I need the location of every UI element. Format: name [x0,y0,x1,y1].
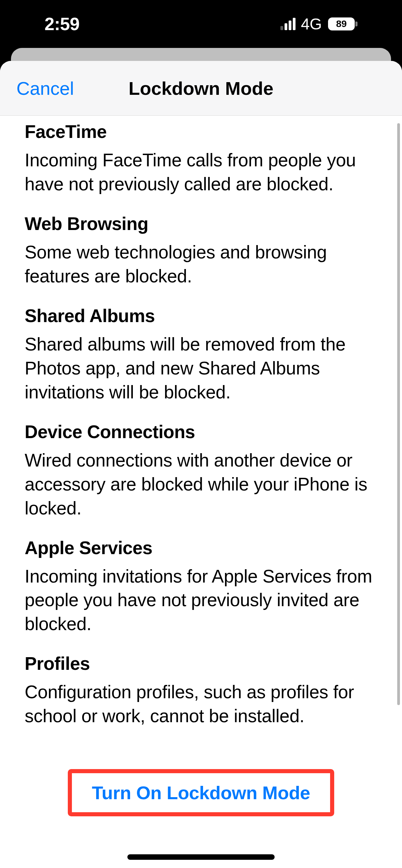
section-facetime: FaceTime Incoming FaceTime calls from pe… [25,121,377,196]
battery-level: 89 [328,17,355,30]
section-title: Shared Albums [25,305,377,326]
section-body: Shared albums will be removed from the P… [25,332,377,404]
section-body: Wired connections with another device or… [25,448,377,520]
section-body: Incoming invitations for Apple Services … [25,564,377,636]
section-body: Incoming FaceTime calls from people you … [25,148,377,196]
action-container: Turn On Lockdown Mode [25,769,377,868]
navigation-bar: Cancel Lockdown Mode [0,61,402,116]
page-title: Lockdown Mode [129,78,274,99]
status-bar: 2:59 4G 89 [0,0,402,48]
section-title: Device Connections [25,421,377,442]
content-scroll[interactable]: FaceTime Incoming FaceTime calls from pe… [0,116,402,868]
section-title: Web Browsing [25,213,377,234]
section-body: Configuration profiles, such as profiles… [25,680,377,728]
status-time: 2:59 [45,14,79,34]
home-indicator[interactable] [127,854,275,860]
scroll-indicator[interactable] [397,123,400,705]
section-apple-services: Apple Services Incoming invitations for … [25,537,377,636]
section-title: FaceTime [25,121,377,142]
status-right: 4G 89 [280,15,357,33]
cellular-signal-icon [280,18,296,30]
cancel-button[interactable]: Cancel [16,78,74,99]
section-title: Profiles [25,653,377,674]
section-device-connections: Device Connections Wired connections wit… [25,421,377,520]
section-title: Apple Services [25,537,377,558]
section-web-browsing: Web Browsing Some web technologies and b… [25,213,377,288]
turn-on-lockdown-button[interactable]: Turn On Lockdown Mode [92,782,310,803]
section-profiles: Profiles Configuration profiles, such as… [25,653,377,728]
battery-icon: 89 [328,17,357,30]
modal-sheet: Cancel Lockdown Mode FaceTime Incoming F… [0,61,402,868]
highlight-box: Turn On Lockdown Mode [68,769,334,816]
section-body: Some web technologies and browsing featu… [25,240,377,288]
section-shared-albums: Shared Albums Shared albums will be remo… [25,305,377,404]
network-type: 4G [301,15,322,33]
